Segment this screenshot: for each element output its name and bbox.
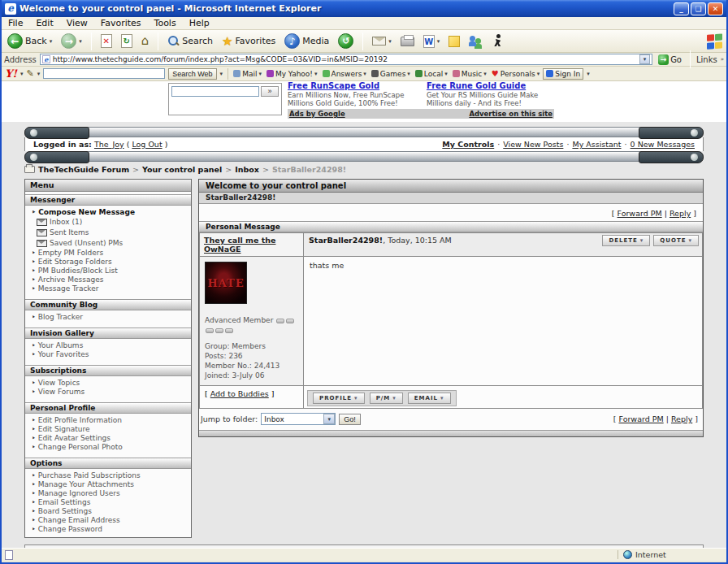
sidebar-item-compose-new-message[interactable]: ‣Compose New Message (32, 208, 188, 217)
back-button[interactable]: ← Back ▾ (5, 33, 54, 50)
dropdown-icon[interactable]: ▾ (537, 71, 540, 77)
ad-search-go-button[interactable]: » (261, 86, 279, 97)
sidebar-item-pm-buddies-block-list[interactable]: ‣PM Buddies/Block List (32, 267, 188, 275)
go-button[interactable]: → Go (656, 54, 684, 65)
reply-link[interactable]: Reply (670, 209, 691, 218)
header-link-my-controls[interactable]: My Controls (442, 140, 494, 149)
email-button[interactable]: EMAIL▾ (408, 393, 451, 404)
logout-link[interactable]: Log Out (132, 140, 162, 149)
sidebar-item-archive-messages[interactable]: ‣Archive Messages (32, 275, 188, 284)
sidebar-item-edit-profile-information[interactable]: ‣Edit Profile Information (32, 416, 188, 425)
sidebar-item-edit-avatar-settings[interactable]: ‣Edit Avatar Settings (32, 434, 188, 443)
sidebar-item-message-tracker[interactable]: ‣Message Tracker (32, 284, 188, 293)
ad-title-link[interactable]: Free Rune Gold Guide (427, 81, 554, 90)
mail-button[interactable]: ▾ (370, 36, 394, 46)
sidebar-item-edit-signature[interactable]: ‣Edit Signature (32, 425, 188, 434)
sidebar-item-board-settings[interactable]: ‣Board Settings (32, 507, 188, 516)
address-input[interactable] (53, 55, 637, 63)
pm-button[interactable]: P/M▾ (370, 393, 403, 404)
message-subject-link[interactable]: They call me the OwNaGE (204, 236, 275, 254)
back-dropdown-icon[interactable]: ▾ (50, 38, 53, 45)
links-label[interactable]: Links (696, 55, 717, 64)
jump-folder-select[interactable]: Inbox ▾ (261, 413, 336, 425)
stop-button[interactable]: ✕ (98, 33, 115, 49)
sidebar-item-change-personal-photo[interactable]: ‣Change Personal Photo (32, 443, 188, 452)
discuss-button[interactable] (446, 35, 462, 48)
sidebar-item-view-topics[interactable]: ‣View Topics (32, 379, 188, 388)
yahoo-search-dropdown-icon[interactable]: ▾ (220, 71, 223, 77)
favorites-button[interactable]: ★ Favorites (219, 33, 278, 50)
menu-item-help[interactable]: Help (189, 18, 210, 28)
yahoo-link-games[interactable]: Games▾ (371, 70, 410, 78)
sidebar-item-empty-pm-folders[interactable]: ‣Empty PM Folders (32, 249, 188, 258)
sidebar-item-change-password[interactable]: ‣Change Password (32, 525, 188, 534)
yahoo-link-local[interactable]: Local▾ (415, 70, 448, 78)
menu-item-view[interactable]: View (67, 18, 88, 28)
dropdown-icon[interactable]: ▾ (407, 71, 410, 77)
forward-pm-link[interactable]: Forward PM (618, 209, 662, 218)
quote-button[interactable]: QUOTE▾ (653, 235, 699, 246)
signin-dropdown-icon[interactable]: ▾ (587, 71, 590, 77)
yahoo-link-personals[interactable]: ♥Personals▾ (492, 69, 540, 78)
search-button[interactable]: Search (165, 34, 215, 48)
sidebar-item-saved-unsent-pms[interactable]: Saved (Unsent) PMs (37, 238, 188, 249)
menu-item-tools[interactable]: Tools (154, 18, 176, 28)
sidebar-item-purchase-paid-subscriptions[interactable]: ‣Purchase Paid Subscriptions (32, 471, 188, 480)
forward-dropdown-icon[interactable]: ▾ (79, 38, 82, 45)
yahoo-link-answers[interactable]: Answers▾ (323, 70, 366, 78)
profile-button[interactable]: PROFILE▾ (313, 393, 365, 404)
dropdown-icon[interactable]: ▾ (483, 71, 487, 77)
dropdown-icon[interactable]: ▾ (314, 71, 318, 77)
add-to-buddies-link[interactable]: Add to Buddies (210, 389, 269, 398)
ad-title-link[interactable]: Free RunScape Gold (288, 81, 415, 90)
yahoo-logo[interactable]: Y! (5, 68, 17, 80)
address-dropdown-icon[interactable]: ▾ (639, 54, 650, 64)
sidebar-item-inbox-1-[interactable]: Inbox (1) (37, 217, 188, 228)
menu-item-edit[interactable]: Edit (36, 18, 53, 28)
media-button[interactable]: ♪ Media (282, 33, 332, 50)
menu-item-favorites[interactable]: Favorites (101, 18, 141, 28)
sidebar-item-sent-items[interactable]: Sent Items (37, 228, 188, 238)
menu-item-file[interactable]: File (8, 18, 23, 28)
username-link[interactable]: The_Joy (94, 140, 124, 149)
ad-search-input[interactable] (171, 86, 259, 97)
yahoo-link-my-yahoo-[interactable]: My Yahoo!▾ (266, 70, 318, 78)
advertise-link[interactable]: Advertise on this site (469, 110, 552, 118)
sidebar-item-blog-tracker[interactable]: ‣Blog Tracker (32, 313, 188, 322)
dropdown-icon[interactable]: ▾ (444, 71, 448, 77)
yahoo-link-mail[interactable]: Mail▾ (233, 70, 262, 78)
yahoo-search-button[interactable]: Search Web (168, 68, 216, 80)
messenger-button[interactable] (466, 34, 485, 48)
refresh-button[interactable]: ↻ (119, 33, 135, 49)
yahoo-search-input[interactable] (43, 68, 165, 79)
close-button[interactable]: ✕ (708, 2, 723, 15)
sidebar-item-manage-ignored-users[interactable]: ‣Manage Ignored Users (32, 489, 188, 498)
restore-button[interactable]: ❏ (691, 2, 706, 15)
yahoo-link-music[interactable]: Music▾ (453, 70, 487, 78)
pencil-icon[interactable]: ✎ (27, 68, 34, 79)
delete-button[interactable]: DELETE▾ (602, 235, 650, 246)
edit-with-word-button[interactable]: W ▾ (421, 34, 443, 49)
history-button[interactable]: ↺ (336, 33, 356, 50)
header-link-my-assistant[interactable]: My Assistant (572, 140, 621, 149)
aim-button[interactable] (489, 33, 505, 49)
author-name[interactable]: StarBaller24298! (309, 236, 383, 245)
jump-go-button[interactable]: Go! (339, 414, 361, 425)
reply-link-bottom[interactable]: Reply (671, 414, 692, 423)
breadcrumb-item[interactable]: Inbox (235, 165, 259, 174)
yahoo-dropdown-icon[interactable]: ▾ (20, 71, 24, 77)
pencil-dropdown-icon[interactable]: ▾ (37, 71, 41, 77)
sidebar-item-your-favorites[interactable]: ‣Your Favorites (32, 350, 188, 359)
forward-button[interactable]: → ▾ (58, 33, 84, 50)
print-button[interactable] (398, 36, 417, 47)
header-link-view-new-posts[interactable]: View New Posts (503, 140, 563, 149)
yahoo-signin-button[interactable]: Sign In (543, 68, 583, 80)
minimize-button[interactable]: _ (674, 2, 689, 15)
sidebar-item-email-settings[interactable]: ‣Email Settings (32, 498, 188, 507)
sidebar-item-view-forums[interactable]: ‣View Forums (32, 388, 188, 397)
links-chevron-icon[interactable]: » (721, 56, 724, 63)
dropdown-icon[interactable]: ▾ (258, 71, 262, 77)
edit-dropdown-icon[interactable]: ▾ (437, 38, 440, 45)
ads-by-google-link[interactable]: Ads by Google (289, 110, 345, 118)
home-button[interactable]: ⌂ (139, 34, 152, 48)
